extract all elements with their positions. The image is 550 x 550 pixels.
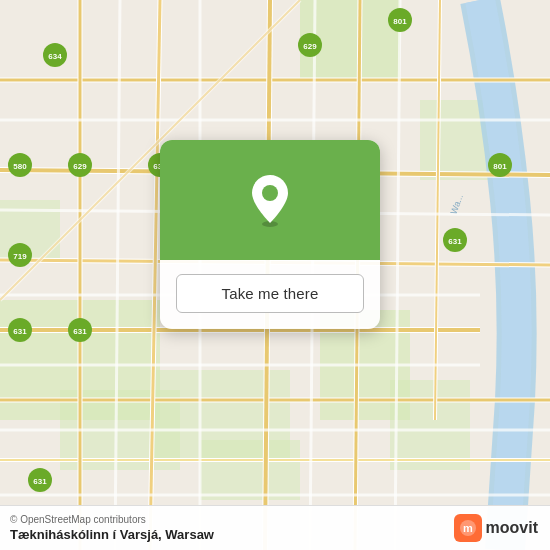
- svg-text:m: m: [463, 522, 473, 534]
- card-map-top: [160, 140, 380, 260]
- svg-text:629: 629: [73, 162, 87, 171]
- bottom-bar: © OpenStreetMap contributors Tækniháskól…: [0, 505, 550, 550]
- location-card: Take me there: [160, 140, 380, 329]
- svg-text:631: 631: [13, 327, 27, 336]
- bottom-left: © OpenStreetMap contributors Tækniháskól…: [10, 514, 214, 542]
- take-me-there-button[interactable]: Take me there: [176, 274, 364, 313]
- map-container: 634 629 801 580 634 629 719 801 631 631 …: [0, 0, 550, 550]
- svg-text:631: 631: [448, 237, 462, 246]
- svg-text:634: 634: [48, 52, 62, 61]
- pin-icon: [248, 173, 292, 227]
- svg-text:801: 801: [393, 17, 407, 26]
- moovit-text: moovit: [486, 519, 538, 537]
- svg-rect-6: [390, 380, 470, 470]
- svg-text:580: 580: [13, 162, 27, 171]
- moovit-icon: m: [454, 514, 482, 542]
- svg-text:801: 801: [493, 162, 507, 171]
- location-name: Tækniháskólinn í Varsjá, Warsaw: [10, 527, 214, 542]
- svg-text:719: 719: [13, 252, 27, 261]
- svg-text:631: 631: [33, 477, 47, 486]
- moovit-logo[interactable]: m moovit: [454, 514, 538, 542]
- svg-text:629: 629: [303, 42, 317, 51]
- svg-text:631: 631: [73, 327, 87, 336]
- osm-credit: © OpenStreetMap contributors: [10, 514, 214, 525]
- svg-rect-8: [200, 440, 300, 500]
- card-body: Take me there: [160, 260, 380, 329]
- svg-point-70: [262, 185, 278, 201]
